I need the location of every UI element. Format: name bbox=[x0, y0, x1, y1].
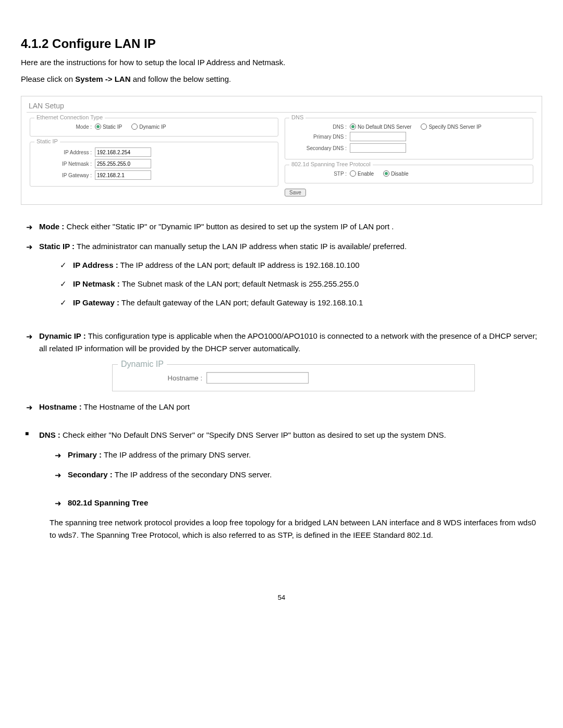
eth-legend: Ethernet Connection Type bbox=[34, 114, 105, 120]
radio-dot-icon bbox=[131, 124, 138, 130]
radio-dot-icon bbox=[383, 170, 389, 177]
static-ip-group: Static IP IP Address : IP Netmask : IP G… bbox=[30, 142, 278, 187]
bullet-dns-title: DNS : bbox=[39, 430, 60, 439]
bullet-sec-desc: The IP address of the secondary DNS serv… bbox=[113, 470, 272, 479]
stp-label: STP : bbox=[289, 171, 350, 177]
radio-no-default-dns-label: No Default DNS Server bbox=[358, 124, 411, 130]
hostname-input[interactable] bbox=[206, 372, 309, 384]
secondary-dns-input[interactable] bbox=[350, 143, 406, 153]
stp-group: 802.1d Spanning Tree Protocol STP : Enab… bbox=[285, 165, 533, 183]
radio-specify-dns[interactable]: Specify DNS Server IP bbox=[421, 124, 481, 130]
bullet-ip-gateway: IP Gateway : The default gateway of the … bbox=[55, 297, 542, 309]
bullet-ipnetm-desc: The Subnet mask of the LAN port; default… bbox=[120, 279, 359, 288]
ip-netmask-label: IP Netmask : bbox=[34, 161, 95, 167]
bullet-sec-title: Secondary : bbox=[68, 470, 113, 479]
bullet-static-ip: Static IP : The administrator can manual… bbox=[21, 240, 542, 309]
bullet-ipaddr-desc: The IP address of the LAN port; default … bbox=[118, 261, 360, 269]
radio-dot-icon bbox=[421, 124, 427, 130]
bullet-ipgw-desc: The default gateway of the LAN port; def… bbox=[119, 298, 363, 307]
hostname-label: Hostname : bbox=[119, 374, 206, 382]
radio-specify-dns-label: Specify DNS Server IP bbox=[429, 124, 481, 130]
bullet-hostname: Hostname : The Hostname of the LAN port bbox=[21, 401, 542, 413]
intro2-post: and follow the below setting. bbox=[131, 75, 231, 83]
bullet-ipaddr-title: IP Address : bbox=[73, 261, 118, 269]
bullet-secondary-dns: Secondary : The IP address of the second… bbox=[50, 468, 542, 481]
primary-dns-label: Primary DNS : bbox=[289, 134, 350, 140]
radio-static-ip[interactable]: Static IP bbox=[95, 124, 122, 130]
bullet-prim-title: Primary : bbox=[68, 450, 102, 459]
mode-label: Mode : bbox=[34, 124, 95, 130]
radio-dot-icon bbox=[350, 170, 356, 177]
bullet-ip-netmask: IP Netmask : The Subnet mask of the LAN … bbox=[55, 278, 542, 290]
radio-dot-icon bbox=[350, 124, 356, 130]
radio-dynamic-label: Dynamic IP bbox=[139, 124, 166, 130]
bullet-dyn-desc: This configuration type is applicable wh… bbox=[39, 331, 537, 353]
intro-line-1: Here are the instructions for how to set… bbox=[21, 56, 542, 69]
ip-gateway-label: IP Gateway : bbox=[34, 172, 95, 178]
dns-label: DNS : bbox=[289, 124, 350, 130]
radio-dot-icon bbox=[95, 124, 101, 130]
intro2-bold: System -> LAN bbox=[75, 75, 130, 83]
bullet-dynamic-ip: Dynamic IP : This configuration type is … bbox=[21, 330, 542, 355]
bullet-mode-desc: Check either "Static IP" or "Dynamic IP"… bbox=[64, 222, 394, 231]
secondary-dns-label: Secondary DNS : bbox=[289, 145, 350, 151]
dns-legend: DNS bbox=[289, 114, 305, 120]
ethernet-connection-type-group: Ethernet Connection Type Mode : Static I… bbox=[30, 118, 278, 137]
radio-dynamic-ip[interactable]: Dynamic IP bbox=[131, 124, 166, 130]
static-ip-legend: Static IP bbox=[34, 138, 60, 144]
radio-stp-enable-label: Enable bbox=[358, 171, 374, 177]
ip-address-label: IP Address : bbox=[34, 150, 95, 155]
bullet-ipgw-title: IP Gateway : bbox=[73, 298, 119, 307]
radio-no-default-dns[interactable]: No Default DNS Server bbox=[350, 124, 411, 130]
radio-stp-disable[interactable]: Disable bbox=[383, 170, 408, 177]
bullet-dyn-title: Dynamic IP : bbox=[39, 331, 86, 340]
lan-setup-title: LAN Setup bbox=[27, 102, 536, 113]
bullet-host-desc: The Hostname of the LAN port bbox=[82, 402, 190, 411]
lan-setup-panel: LAN Setup Ethernet Connection Type Mode … bbox=[21, 96, 542, 205]
ip-address-input[interactable] bbox=[95, 147, 151, 157]
bullet-primary-dns: Primary : The IP address of the primary … bbox=[50, 449, 542, 461]
section-heading: 4.1.2 Configure LAN IP bbox=[21, 36, 542, 51]
bullet-static-desc: The administrator can manually setup the… bbox=[75, 242, 407, 251]
intro2-pre: Please click on bbox=[21, 75, 75, 83]
ip-gateway-input[interactable] bbox=[95, 170, 151, 180]
radio-stp-disable-label: Disable bbox=[391, 171, 408, 177]
bullet-ipnetm-title: IP Netmask : bbox=[73, 279, 120, 288]
bullet-ip-address: IP Address : The IP address of the LAN p… bbox=[55, 259, 542, 272]
bullet-static-title: Static IP : bbox=[39, 242, 75, 251]
bullet-stp-title: 802.1d Spanning Tree bbox=[68, 498, 148, 507]
radio-static-label: Static IP bbox=[103, 124, 122, 130]
dns-group: DNS DNS : No Default DNS Server Specify … bbox=[285, 118, 533, 159]
radio-stp-enable[interactable]: Enable bbox=[350, 170, 374, 177]
bullet-stp-heading: 802.1d Spanning Tree bbox=[50, 497, 542, 509]
bullet-dns: DNS : Check either "No Default DNS Serve… bbox=[21, 429, 542, 541]
dynamic-ip-legend: Dynamic IP bbox=[118, 360, 167, 369]
bullet-mode-title: Mode : bbox=[39, 222, 64, 231]
primary-dns-input[interactable] bbox=[350, 132, 406, 141]
stp-legend: 802.1d Spanning Tree Protocol bbox=[289, 161, 373, 167]
dynamic-ip-inset: Dynamic IP Hostname : bbox=[112, 364, 475, 391]
save-button[interactable]: Save bbox=[285, 189, 306, 196]
bullet-dns-desc: Check either "No Default DNS Server" or … bbox=[60, 430, 446, 439]
stp-paragraph: The spanning tree network protocol provi… bbox=[50, 516, 542, 541]
ip-netmask-input[interactable] bbox=[95, 159, 151, 168]
bullet-prim-desc: The IP address of the primary DNS server… bbox=[102, 450, 251, 459]
page-number: 54 bbox=[21, 594, 542, 601]
bullet-mode: Mode : Check either "Static IP" or "Dyna… bbox=[21, 220, 542, 233]
intro-line-2: Please click on System -> LAN and follow… bbox=[21, 73, 542, 85]
bullet-host-title: Hostname : bbox=[39, 402, 82, 411]
